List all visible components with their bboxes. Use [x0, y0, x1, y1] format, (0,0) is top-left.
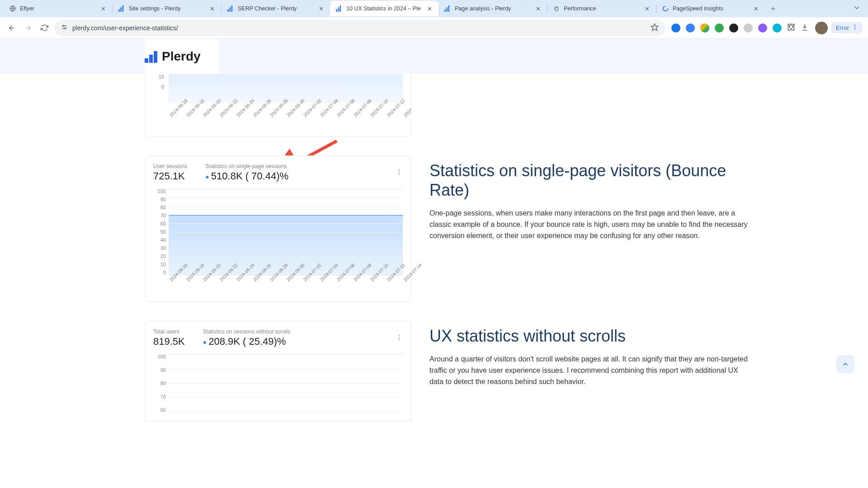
svg-point-13	[555, 8, 558, 11]
tab-title: SERP Checker - Plerdy	[238, 5, 314, 12]
close-icon[interactable]: ✕	[317, 5, 325, 12]
back-button[interactable]	[5, 22, 18, 34]
plerdy-icon	[118, 5, 125, 12]
tab-title: Performance	[564, 5, 640, 12]
stat-user-sessions: User sessions 725.1K	[153, 163, 187, 182]
puzzle-icon[interactable]	[787, 23, 795, 33]
tab-title: Eflyer	[20, 5, 96, 12]
error-button[interactable]: Error	[831, 22, 863, 33]
ext-icon-5[interactable]	[729, 23, 738, 33]
tab-title: Site settings - Plerdy	[129, 5, 205, 12]
svg-rect-7	[336, 9, 337, 12]
section-title-noscroll: UX statistics without scrolls	[429, 326, 750, 346]
svg-point-17	[63, 25, 64, 27]
chart-plot-area: 1009080706050	[153, 354, 403, 421]
svg-rect-9	[340, 5, 341, 12]
svg-rect-25	[154, 51, 157, 63]
address-bar[interactable]: plerdy.com/user-experience-statistics/	[54, 20, 665, 36]
stat-single-page: Statistics on single-page sessions ●510.…	[205, 163, 288, 182]
ext-icon-3[interactable]	[700, 23, 709, 33]
close-icon[interactable]: ✕	[752, 5, 760, 12]
kebab-icon[interactable]	[396, 169, 403, 178]
plerdy-icon	[444, 5, 451, 12]
tab-page-analysis[interactable]: Page analysis - Plerdy ✕	[439, 1, 547, 16]
section-text-noscroll: Around a quarter of visitors don't scrol…	[429, 354, 750, 387]
tab-title: PageSpeed Insights	[673, 5, 749, 12]
chart-card-noscroll: Total users 819.5K Statistics on session…	[145, 321, 411, 421]
svg-rect-2	[120, 7, 122, 12]
svg-rect-1	[118, 9, 120, 12]
tab-performance[interactable]: Performance ✕	[547, 1, 656, 16]
chart-card-partial-top: 10 0 2024-06-162024-06-182024-06-202024-…	[145, 74, 411, 136]
svg-point-20	[854, 25, 855, 26]
svg-point-22	[854, 28, 855, 29]
svg-rect-6	[231, 5, 232, 12]
download-icon[interactable]	[801, 23, 809, 33]
tabs-row: Eflyer ✕ Site settings - Plerdy ✕ SERP C…	[0, 0, 868, 17]
bookmark-star-icon[interactable]	[651, 23, 659, 33]
tab-site-settings[interactable]: Site settings - Plerdy ✕	[113, 1, 221, 16]
x-axis: 2024-06-162024-06-182024-06-202024-06-22…	[169, 111, 403, 132]
ext-icon-4[interactable]	[715, 23, 724, 33]
url-text: plerdy.com/user-experience-statistics/	[72, 24, 646, 32]
svg-point-31	[399, 335, 400, 336]
forward-button[interactable]	[22, 22, 34, 34]
page-header: Plerdy	[0, 39, 868, 74]
svg-rect-12	[448, 5, 449, 12]
content-area: 10 0 2024-06-162024-06-182024-06-202024-…	[0, 74, 868, 421]
close-icon[interactable]: ✕	[99, 5, 107, 12]
svg-rect-11	[446, 7, 448, 12]
tab-serp-checker[interactable]: SERP Checker - Plerdy ✕	[222, 1, 330, 16]
logo-text: Plerdy	[162, 49, 201, 64]
plerdy-icon	[227, 5, 234, 12]
ext-icon-7[interactable]	[758, 23, 767, 33]
tab-ux-statistics[interactable]: 10 UX Statistics in 2024 – Ple ✕	[330, 1, 439, 16]
ext-icon-2[interactable]	[686, 23, 695, 33]
svg-point-28	[399, 169, 400, 170]
reload-button[interactable]	[38, 22, 51, 34]
stat-total-users: Total users 819.5K	[153, 328, 185, 347]
ext-icon-6[interactable]	[744, 23, 753, 33]
close-icon[interactable]: ✕	[426, 5, 433, 12]
tab-eflyer[interactable]: Eflyer ✕	[4, 1, 112, 16]
plerdy-logo[interactable]: Plerdy	[145, 47, 201, 66]
globe-icon	[9, 5, 16, 12]
profile-avatar[interactable]	[815, 22, 828, 34]
close-icon[interactable]: ✕	[643, 5, 651, 12]
kebab-icon	[852, 24, 858, 32]
ext-icon-8[interactable]	[773, 23, 782, 33]
svg-rect-8	[338, 7, 339, 12]
svg-rect-3	[122, 5, 123, 12]
svg-rect-4	[227, 9, 229, 12]
svg-rect-23	[145, 58, 148, 63]
chevron-down-icon[interactable]	[853, 4, 861, 14]
section-text-bounce: One-page sessions, when users make many …	[429, 208, 750, 241]
new-tab-button[interactable]: ＋	[767, 2, 779, 15]
scroll-to-top-button[interactable]	[836, 355, 854, 373]
svg-rect-24	[149, 55, 153, 63]
svg-rect-5	[229, 7, 231, 12]
browser-chrome: Eflyer ✕ Site settings - Plerdy ✕ SERP C…	[0, 0, 868, 39]
tune-icon[interactable]	[61, 23, 68, 32]
plerdy-icon	[335, 5, 343, 12]
svg-point-18	[65, 28, 66, 29]
tab-pagespeed[interactable]: PageSpeed Insights ✕	[656, 1, 765, 16]
toolbar-row: plerdy.com/user-experience-statistics/ E…	[0, 17, 868, 39]
svg-point-29	[399, 172, 400, 173]
svg-rect-10	[444, 9, 446, 12]
svg-point-32	[399, 337, 400, 338]
section-title-bounce: Statistics on single-page visitors (Boun…	[429, 161, 750, 200]
kebab-icon[interactable]	[396, 334, 403, 343]
error-label: Error	[836, 24, 849, 31]
close-icon[interactable]: ✕	[534, 5, 542, 12]
svg-point-33	[399, 339, 400, 340]
svg-point-21	[854, 27, 855, 28]
gauge-icon	[553, 5, 560, 12]
ext-icon-1[interactable]	[671, 23, 680, 33]
extensions-area	[669, 23, 811, 33]
y-axis-partial: 10 0	[153, 74, 164, 94]
svg-marker-19	[651, 24, 658, 31]
chart-plot-area: 1009080706050403020100 2024-06-162024-06…	[153, 188, 403, 297]
pagespeed-icon	[662, 5, 669, 12]
close-icon[interactable]: ✕	[208, 5, 216, 12]
